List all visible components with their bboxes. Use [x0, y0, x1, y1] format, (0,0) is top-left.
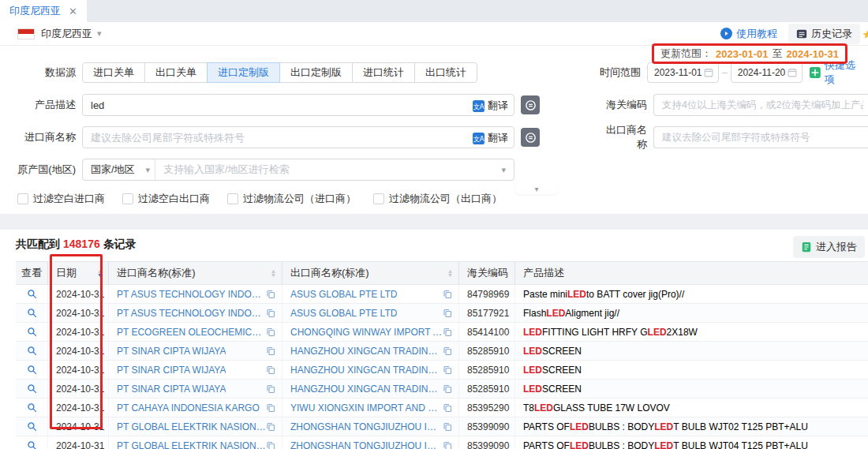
importer-link[interactable]: PT ASUS TECHNOLOGY INDONESIA BA... [117, 308, 266, 319]
importer-link[interactable]: PT SINAR CIPTA WIJAYA [117, 346, 226, 357]
exact-match-toggle[interactable] [521, 128, 540, 147]
data-source-tab-4[interactable]: 出口定制版 [279, 62, 353, 83]
copy-button[interactable] [266, 309, 275, 318]
filter-checkbox-1[interactable]: 过滤空白进口商 [17, 192, 105, 206]
exporter-link[interactable]: HANGZHOU XINGCAN TRADING CO LTD [290, 384, 443, 395]
exporter-link[interactable]: HANGZHOU XINGCAN TRADING CO LTD [290, 365, 443, 376]
product-desc-cell: T8 LED GLASS TUBE 17W LOVOV [515, 398, 868, 417]
copy-button[interactable] [266, 365, 275, 375]
copy-button[interactable] [443, 365, 452, 375]
sort-icon[interactable]: ▲▼ [271, 269, 276, 277]
exporter-link[interactable]: ZHONGSHAN TONGJIUZHOU INTERNA... [290, 440, 443, 449]
origin-search-input[interactable]: 支持输入国家/地区进行检索 ▾ [155, 163, 514, 177]
copy-icon [266, 290, 275, 299]
column-header-3[interactable]: 进口商名称(标准)▲▼ [109, 262, 282, 284]
time-from-input[interactable]: 2023-11-01 [647, 62, 719, 83]
data-source-tab-3[interactable]: 进口定制版 [207, 62, 280, 83]
time-to-input[interactable]: 2024-11-20 [731, 62, 803, 83]
view-cell [16, 323, 48, 341]
view-record-button[interactable] [27, 384, 37, 394]
importer-link[interactable]: PT SINAR CIPTA WIJAYA [117, 384, 226, 395]
hs-code-cell: 85395290 [459, 398, 515, 417]
data-source-tab-2[interactable]: 出口关单 [144, 62, 208, 83]
browser-tab-indonesia[interactable]: 印度尼西亚 ✕ [0, 0, 87, 22]
exporter-link[interactable]: ZHONGSHAN TONGJIUZHOU INTERNA... [290, 421, 443, 432]
product-desc-label: 产品描述 [0, 98, 82, 112]
importer-link[interactable]: PT GLOBAL ELEKTRIK NASIONAL [117, 421, 266, 432]
country-selector[interactable]: 印度尼西亚 [41, 27, 92, 41]
panel-gap [0, 214, 868, 230]
table-row: 2024-10-31PT GLOBAL ELEKTRIK NASIONALZHO… [16, 417, 868, 436]
copy-button[interactable] [443, 327, 452, 337]
column-header-4[interactable]: 出口商名称(标准)▲▼ [282, 262, 459, 284]
view-record-button[interactable] [27, 308, 37, 318]
importer-input[interactable] [82, 126, 514, 148]
checkbox-icon [373, 193, 384, 204]
copy-button[interactable] [266, 346, 275, 356]
importer-link[interactable]: PT SINAR CIPTA WIJAYA [117, 365, 226, 376]
copy-button[interactable] [443, 346, 452, 356]
view-record-button[interactable] [27, 346, 37, 356]
hs-code-cell: 85285910 [459, 361, 515, 379]
quick-options-icon [810, 67, 821, 78]
favorite-star-icon[interactable]: ★ [862, 28, 868, 42]
exact-match-toggle[interactable] [521, 95, 540, 114]
importer-link[interactable]: PT GLOBAL ELEKTRIK NASIONAL [117, 440, 266, 449]
copy-button[interactable] [443, 441, 452, 449]
product-desc-input[interactable] [82, 94, 514, 116]
copy-button[interactable] [266, 422, 275, 432]
hs-code-cell: 85285910 [459, 342, 515, 360]
data-source-tab-1[interactable]: 进口关单 [82, 62, 145, 83]
table-row: 2024-10-31PT CAHAYA INDONESIA KARGOYIWU … [16, 398, 868, 417]
exporter-input[interactable] [653, 126, 868, 148]
results-panel: 共匹配到148176条记录 进入报告 查看日期▲▼进口商名称(标准)▲▼出口商名… [0, 230, 868, 449]
copy-button[interactable] [266, 290, 275, 299]
view-record-button[interactable] [27, 365, 37, 375]
importer-link[interactable]: PT CAHAYA INDONESIA KARGO [117, 402, 260, 413]
update-range-annotation: 更新范围： 2023-01-01 至 2024-10-31 [652, 43, 847, 64]
importer-link[interactable]: PT ASUS TECHNOLOGY INDONESIA BA... [117, 289, 266, 300]
data-source-tab-6[interactable]: 出口统计 [414, 62, 477, 83]
view-record-button[interactable] [27, 289, 37, 299]
copy-icon [443, 346, 452, 356]
view-record-button[interactable] [27, 327, 37, 337]
filter-checkbox-3[interactable]: 过滤物流公司（进口商） [227, 192, 356, 206]
view-cell [16, 436, 48, 449]
enter-report-button[interactable]: 进入报告 [793, 236, 865, 258]
exporter-link[interactable]: HANGZHOU XINGCAN TRADING CO LTD [290, 346, 443, 357]
collapse-form-handle[interactable]: ▾ [514, 184, 559, 194]
copy-button[interactable] [443, 309, 452, 318]
sort-icon[interactable]: ▲▼ [97, 269, 103, 277]
copy-button[interactable] [443, 290, 452, 299]
data-source-tab-5[interactable]: 进口统计 [352, 62, 415, 83]
exporter-link[interactable]: ASUS GLOBAL PTE LTD [290, 289, 397, 300]
exporter-link[interactable]: CHONGQING WINWAY IMPORT AND E... [290, 327, 443, 338]
copy-button[interactable] [443, 384, 452, 394]
origin-select[interactable]: 国家/地区 ▾ [83, 159, 155, 180]
copy-button[interactable] [266, 441, 275, 449]
copy-button[interactable] [443, 403, 452, 413]
copy-button[interactable] [443, 422, 452, 432]
close-icon[interactable]: ✕ [69, 6, 77, 17]
translate-button[interactable]: 文A 翻译 [473, 99, 508, 113]
chevron-down-icon[interactable]: ▾ [97, 28, 102, 39]
column-header-2[interactable]: 日期▲▼ [48, 262, 109, 284]
copy-button[interactable] [266, 403, 275, 413]
view-record-button[interactable] [27, 440, 37, 449]
view-record-button[interactable] [27, 421, 37, 432]
exporter-link[interactable]: YIWU XIONGXIN IMPORT AND EXPORT... [290, 402, 443, 413]
copy-button[interactable] [266, 327, 275, 337]
history-button[interactable]: 历史记录 [788, 24, 860, 44]
sort-icon[interactable]: ▲▼ [447, 269, 453, 277]
exporter-link[interactable]: ASUS GLOBAL PTE LTD [290, 308, 397, 319]
translate-button[interactable]: 文A 翻译 [473, 131, 508, 145]
circled-equals-icon [525, 132, 537, 144]
filter-checkbox-4[interactable]: 过滤物流公司（出口商） [373, 192, 502, 206]
view-record-button[interactable] [27, 402, 37, 413]
calendar-icon [788, 68, 797, 77]
importer-link[interactable]: PT ECOGREEN OLEOCHEMICALS [117, 327, 266, 338]
filter-checkbox-2[interactable]: 过滤空白出口商 [122, 192, 210, 206]
hs-code-input[interactable] [653, 94, 868, 116]
copy-button[interactable] [266, 384, 275, 394]
tutorial-button[interactable]: 使用教程 [720, 27, 777, 41]
